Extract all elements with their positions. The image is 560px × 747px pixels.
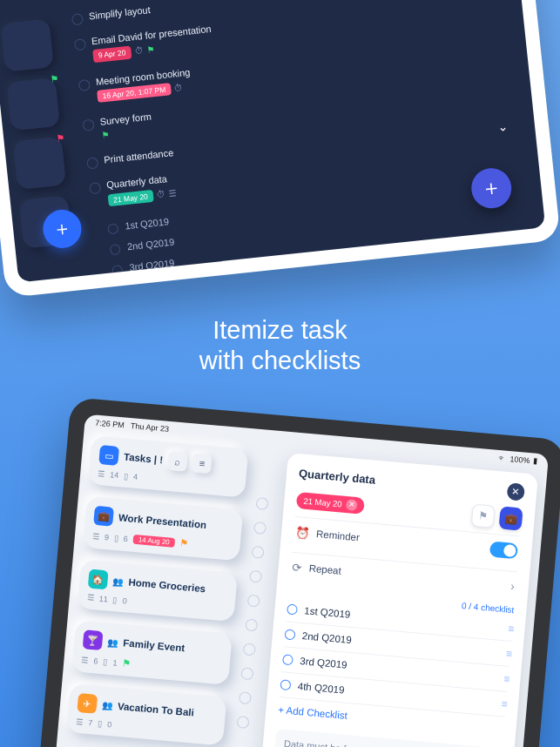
task-circle[interactable]: [240, 667, 253, 680]
repeat-label: Repeat: [308, 563, 341, 576]
project-card[interactable]: ▭Tasks | !⌕≡☰14▯4: [88, 435, 248, 497]
task-circle[interactable]: [239, 691, 252, 704]
count-notes: 0: [107, 720, 112, 729]
dark-tablet: ⚑ ⚑ ＋ Simplify layoutEmail David for pre…: [0, 0, 560, 298]
list-icon: ☰: [92, 531, 100, 541]
light-app: 7:26 PM Thu Apr 23 ᯤ 100% ▮ ▭Tasks | !⌕≡…: [54, 414, 549, 747]
project-button[interactable]: 💼: [498, 506, 523, 530]
task-circle[interactable]: [245, 618, 258, 631]
project-title: Tasks | !: [124, 452, 164, 466]
clock-icon: ⏱: [156, 189, 165, 200]
checklist-item-label: 4th Q2019: [297, 681, 345, 696]
list-icon: ☰: [76, 717, 84, 727]
task-circle[interactable]: [247, 595, 260, 608]
count-tasks: 9: [105, 532, 110, 541]
sort-icon: ≡: [199, 458, 205, 469]
checkbox[interactable]: [280, 679, 291, 690]
search-button[interactable]: ⌕: [167, 451, 188, 472]
flag-icon: ⚑: [179, 538, 189, 550]
clock-icon: ⏱: [173, 82, 183, 93]
page-icon: ▯: [124, 472, 129, 481]
battery-icon: ▮: [533, 457, 538, 466]
headline: Itemize task with checklists: [0, 315, 560, 376]
status-time: 7:26 PM Thu Apr 23: [95, 419, 169, 434]
page-icon: ▯: [114, 533, 119, 542]
task-circle[interactable]: [255, 497, 268, 510]
checkbox[interactable]: [284, 629, 295, 640]
plus-icon: ＋: [51, 215, 73, 243]
sidebar-tile[interactable]: [0, 18, 54, 72]
project-title: Home Groceries: [128, 577, 206, 595]
headline-line1: Itemize task: [0, 315, 560, 346]
sheet-title: Quarterly data: [299, 467, 376, 487]
people-icon: 👥: [112, 575, 124, 586]
repeat-icon: ⟳: [292, 560, 302, 574]
flag-icon: ⚑: [146, 44, 155, 56]
list-icon: ☰: [98, 469, 105, 479]
clear-date-icon[interactable]: ✕: [346, 499, 358, 511]
chevron-down-icon[interactable]: ⌄: [497, 119, 509, 134]
task-circle[interactable]: [236, 716, 249, 729]
reminder-toggle[interactable]: [489, 542, 518, 560]
project-card[interactable]: 🏠👥Home Groceries☰11▯0: [78, 560, 238, 622]
task-circle[interactable]: [249, 570, 262, 583]
project-icon: ▭: [98, 445, 119, 466]
project-title: Work Presentation: [118, 512, 206, 530]
drag-handle-icon[interactable]: ≡: [503, 673, 509, 685]
flag-icon: ⚑: [56, 132, 65, 145]
checklist-item-label: 2nd Q2019: [301, 630, 352, 645]
sidebar-tile[interactable]: ⚑: [7, 77, 61, 131]
count-tasks: 6: [93, 656, 98, 665]
project-icon: ✈: [77, 693, 98, 714]
headline-line2: with checklists: [0, 346, 560, 376]
due-date-chip[interactable]: 21 May 20 ✕: [296, 492, 366, 515]
task-circle[interactable]: [243, 643, 256, 656]
drag-handle-icon[interactable]: ≡: [508, 622, 513, 635]
reminder-label: Reminder: [316, 528, 361, 542]
page-icon: ▯: [98, 719, 103, 728]
task-circle[interactable]: [252, 546, 265, 559]
count-tasks: 7: [88, 718, 93, 727]
checkbox[interactable]: [282, 654, 293, 665]
project-card[interactable]: 💼Work Presentation☰9▯614 Aug 20⚑: [83, 496, 243, 561]
checklist-item-label: 1st Q2019: [304, 605, 351, 620]
count-notes: 4: [133, 473, 138, 481]
flag-icon: ⚑: [478, 509, 489, 522]
flag-icon: ⚑: [122, 657, 132, 670]
close-button[interactable]: ✕: [506, 482, 525, 501]
project-title: Family Event: [123, 637, 186, 653]
sort-button[interactable]: ≡: [192, 453, 213, 474]
count-tasks: 11: [98, 595, 108, 604]
alarm-icon: ⏰: [295, 526, 310, 540]
drag-handle-icon[interactable]: ≡: [505, 648, 510, 660]
wifi-icon: ᯤ: [498, 454, 507, 463]
count-notes: 0: [122, 596, 127, 605]
light-tablet: 7:26 PM Thu Apr 23 ᯤ 100% ▮ ▭Tasks | !⌕≡…: [38, 397, 560, 747]
chevron-right-icon: ›: [509, 579, 515, 593]
sidebar-tile[interactable]: ⚑: [13, 137, 67, 191]
count-notes: 1: [112, 658, 118, 667]
date-badge: 21 May 20: [108, 189, 154, 206]
plus-icon: ＋: [480, 173, 503, 203]
checkbox[interactable]: [287, 604, 298, 616]
count-notes: 6: [123, 534, 128, 542]
project-title: Vacation To Bali: [118, 701, 195, 718]
page-icon: ▯: [103, 657, 108, 666]
flag-icon: ⚑: [50, 73, 59, 85]
date-badge: 9 Apr 20: [92, 46, 132, 63]
project-card[interactable]: ✈👥Vacation To Bali☰7▯0: [66, 683, 226, 745]
task-circle[interactable]: [253, 522, 267, 535]
project-list: ▭Tasks | !⌕≡☰14▯4💼Work Presentation☰9▯61…: [63, 435, 248, 747]
flag-button[interactable]: ⚑: [471, 504, 496, 528]
flag-icon: ⚑: [101, 130, 110, 141]
close-icon: ✕: [511, 486, 520, 498]
count-tasks: 14: [110, 470, 119, 480]
checklist-item-label: 3rd Q2019: [300, 656, 347, 670]
drag-handle-icon[interactable]: ≡: [501, 697, 506, 710]
project-card[interactable]: 🍸👥Family Event☰6▯1⚑: [71, 620, 232, 684]
people-icon: 👥: [107, 636, 118, 647]
due-date-text: 21 May 20: [303, 495, 342, 508]
checklist: 1st Q2019≡2nd Q2019≡3rd Q2019≡4th Q2019≡: [280, 597, 514, 717]
page-icon: ▯: [112, 596, 118, 604]
search-icon: ⌕: [174, 456, 181, 468]
